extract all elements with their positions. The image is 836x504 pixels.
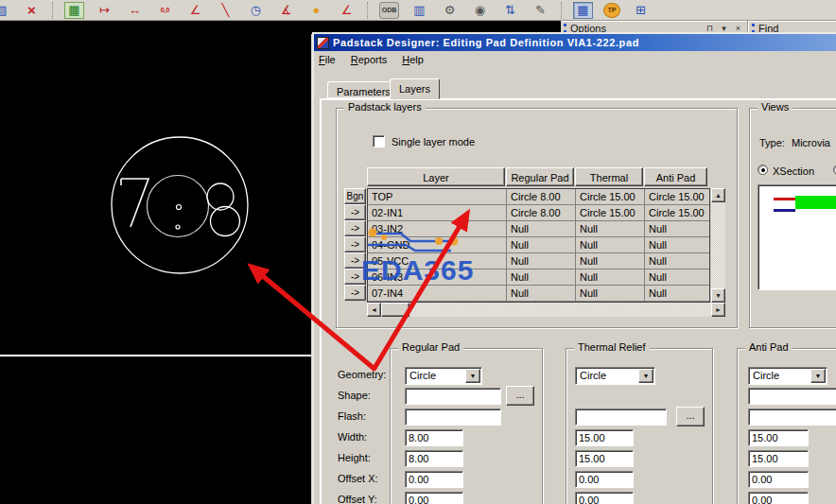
table-cell[interactable]: Null	[645, 221, 707, 236]
thermal-relief-width-input[interactable]	[575, 429, 634, 446]
table-cell[interactable]: 07-IN4	[368, 286, 507, 301]
regular-pad-offset-x-input[interactable]	[405, 471, 463, 488]
table-cell[interactable]: Circle 8.00	[507, 189, 576, 204]
line-icon[interactable]: ╲	[216, 2, 235, 19]
scroll-down-icon[interactable]: ▼	[711, 288, 725, 303]
regular-pad-shape-input[interactable]	[405, 388, 501, 405]
row-button-arrow[interactable]: ->	[344, 204, 366, 220]
leader-icon[interactable]: ∠	[337, 2, 357, 19]
column-header-layer[interactable]: Layer	[367, 167, 505, 186]
table-cell[interactable]: Null	[645, 269, 707, 285]
column-header-anti-pad[interactable]: Anti Pad	[644, 167, 707, 186]
linear-dimension-icon[interactable]: ↔	[125, 2, 145, 19]
thermal-relief-geometry-combo[interactable]: Circle ▼	[575, 367, 655, 385]
odb-icon[interactable]: ODB	[379, 2, 399, 19]
table-cell[interactable]: 05-VCC	[368, 253, 507, 269]
table-cell[interactable]: TOP	[368, 189, 507, 204]
tab-layers[interactable]: Layers	[390, 78, 440, 99]
thermal-relief-flash-input[interactable]	[575, 408, 667, 426]
table-cell[interactable]: 02-IN1	[368, 205, 507, 220]
scroll-right-icon[interactable]: ►	[711, 303, 725, 317]
table-cell[interactable]: Null	[507, 269, 576, 285]
tp-icon[interactable]: TP	[603, 3, 620, 18]
windows-icon[interactable]: ⊞	[631, 2, 651, 19]
dimension-leader-icon[interactable]: ↦	[95, 2, 114, 19]
scroll-up-icon[interactable]: ▲	[711, 188, 725, 202]
table-cell[interactable]: Circle 15.00	[576, 205, 645, 220]
anti-pad-offset-y-input[interactable]	[748, 492, 809, 504]
table-cell[interactable]: Null	[576, 286, 645, 301]
angular-dimension-icon[interactable]: ∠	[185, 2, 205, 19]
anti-pad-geometry-combo[interactable]: Circle ▼	[748, 367, 827, 385]
delete-icon[interactable]: ×	[22, 2, 42, 19]
anti-pad-flash-input[interactable]	[748, 408, 836, 426]
regular-pad-offset-y-input[interactable]	[405, 492, 463, 504]
regular-pad-shape-browse-button[interactable]: ...	[506, 386, 534, 406]
menu-reports[interactable]: Reports	[351, 54, 388, 65]
wrench-icon[interactable]: ⚙	[440, 2, 460, 19]
regular-pad-flash-input[interactable]	[405, 408, 501, 426]
table-cell[interactable]: Null	[645, 286, 707, 301]
camera-icon[interactable]: ◉	[470, 2, 490, 19]
regular-pad-geometry-combo[interactable]: Circle ▼	[405, 367, 482, 385]
note-icon[interactable]: ✎	[531, 2, 550, 19]
chevron-down-icon[interactable]: ▼	[810, 369, 826, 383]
table-cell[interactable]: Circle 15.00	[645, 205, 707, 220]
table-cell[interactable]: Null	[576, 253, 645, 269]
table-cell[interactable]: Null	[576, 221, 645, 236]
anti-pad-height-input[interactable]	[748, 450, 809, 467]
row-button-arrow[interactable]: ->	[344, 220, 366, 236]
thermal-relief-offset-y-input[interactable]	[575, 492, 634, 504]
table-cell[interactable]: 03-IN2	[368, 221, 507, 236]
thermal-relief-flash-browse-button[interactable]: ...	[676, 407, 705, 426]
chevron-down-icon[interactable]: ▼	[638, 369, 653, 383]
anti-pad-width-input[interactable]	[748, 429, 809, 446]
table-cell[interactable]: Null	[507, 237, 576, 252]
angle-icon[interactable]: ∡	[276, 2, 296, 19]
row-button-arrow[interactable]: ->	[344, 269, 366, 285]
datum-dimension-icon[interactable]: 0,0	[155, 2, 175, 19]
menu-help[interactable]: Help	[402, 54, 424, 65]
coin-icon[interactable]: ●	[306, 2, 326, 19]
horizontal-scrollbar-thumb[interactable]	[381, 303, 409, 317]
anti-pad-shape-input[interactable]	[748, 388, 836, 405]
table-cell[interactable]: Null	[507, 253, 576, 269]
table-cell[interactable]: Null	[576, 237, 645, 252]
vertical-scrollbar-track[interactable]	[711, 202, 725, 288]
table-cell[interactable]: 04-GND	[368, 237, 507, 252]
row-button-bgn[interactable]: Bgn	[344, 188, 366, 204]
dialog-titlebar[interactable]: Padstack Designer: Editing Pad Definitio…	[314, 34, 836, 51]
v1v2-icon[interactable]: ⇅	[500, 2, 520, 19]
column-header-thermal-relief[interactable]: Thermal Relief	[575, 167, 643, 186]
board-partial-icon[interactable]: ▨	[0, 2, 11, 19]
table-cell[interactable]: Null	[645, 237, 707, 252]
anti-pad-offset-x-input[interactable]	[748, 471, 809, 488]
xsection-radio[interactable]	[758, 165, 768, 175]
menu-file[interactable]: File	[319, 54, 336, 65]
table-cell[interactable]: Null	[645, 253, 707, 269]
chevron-down-icon[interactable]: ▼	[465, 369, 480, 383]
grid-icon[interactable]: ▦	[573, 2, 593, 19]
table-cell[interactable]: 06-IN3	[368, 269, 507, 285]
single-layer-mode-checkbox[interactable]	[373, 135, 385, 148]
thermal-relief-offset-x-input[interactable]	[575, 471, 634, 488]
column-header-regular-pad[interactable]: Regular Pad	[506, 167, 574, 186]
row-button-arrow[interactable]: ->	[344, 285, 366, 301]
report-icon[interactable]: ▥	[409, 2, 429, 19]
design-canvas[interactable]	[0, 21, 311, 504]
horizontal-scrollbar-track[interactable]	[409, 303, 711, 317]
regular-pad-height-input[interactable]	[405, 450, 463, 467]
table-cell[interactable]: Null	[507, 286, 576, 301]
row-button-arrow[interactable]: ->	[344, 236, 366, 252]
table-cell[interactable]: Circle 15.00	[645, 189, 707, 204]
table-cell[interactable]: Null	[576, 269, 645, 285]
table-cell[interactable]: Circle 8.00	[507, 205, 576, 220]
table-cell[interactable]: Circle 15.00	[576, 189, 645, 204]
row-button-arrow[interactable]: ->	[344, 252, 366, 269]
table-cell[interactable]: Null	[507, 221, 576, 236]
pcb-icon[interactable]: ▦	[64, 2, 84, 19]
clock-icon[interactable]: ◷	[246, 2, 266, 19]
thermal-relief-height-input[interactable]	[575, 450, 634, 467]
regular-pad-width-input[interactable]	[405, 429, 463, 446]
scroll-left-icon[interactable]: ◄	[367, 303, 381, 317]
